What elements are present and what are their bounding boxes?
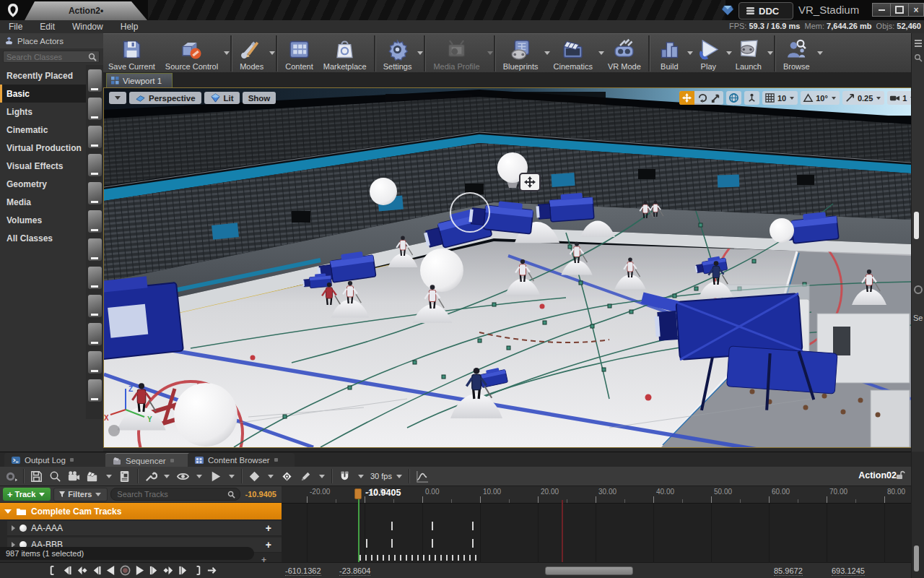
- track-row[interactable]: AA-AAA +: [7, 521, 282, 536]
- actor-thumbnail[interactable]: [88, 323, 102, 345]
- lock-icon[interactable]: [895, 470, 905, 480]
- render-movie-icon[interactable]: [86, 470, 100, 483]
- cinematics-button[interactable]: Cinematics: [549, 34, 603, 73]
- keyframe-mark[interactable]: [423, 555, 424, 561]
- keyframe-mark[interactable]: [446, 555, 448, 561]
- actor-thumbnail[interactable]: [88, 267, 102, 289]
- to-front-button[interactable]: [48, 565, 58, 576]
- keyframe-dropdown[interactable]: [268, 475, 274, 478]
- source-control-dropdown[interactable]: [224, 51, 230, 55]
- expander-icon[interactable]: [12, 525, 15, 531]
- track-row-folder[interactable]: Complete Cam Tracks: [0, 503, 282, 519]
- sequencer-wrench-icon[interactable]: [144, 470, 157, 483]
- keyframe-mark[interactable]: [432, 522, 433, 530]
- surface-snap-toggle[interactable]: [744, 91, 759, 105]
- timeline-vertical-scrollbar[interactable]: [914, 545, 919, 571]
- playback-mode-arrow-button[interactable]: [206, 565, 217, 576]
- jump-to-start-button[interactable]: [62, 565, 73, 576]
- actor-thumbnail[interactable]: [88, 295, 102, 317]
- category-recently-placed[interactable]: Recently Placed: [0, 66, 87, 85]
- right-panel-scrollbar[interactable]: [914, 212, 919, 239]
- keyframe-mark[interactable]: [406, 555, 407, 561]
- actor-thumbnail[interactable]: [88, 69, 102, 92]
- title-bar[interactable]: Action2• DDC VR_Stadium ×: [0, 0, 924, 20]
- viewport-scene[interactable]: Z X Y: [104, 88, 911, 447]
- sphere-actor[interactable]: [420, 249, 463, 292]
- move-tool-button[interactable]: [679, 91, 694, 105]
- filters-button[interactable]: Filters: [53, 488, 108, 501]
- keyframe-mark[interactable]: [391, 539, 393, 548]
- keyframe-mark[interactable]: [458, 555, 459, 561]
- keyframe-mark[interactable]: [391, 522, 393, 530]
- timeline-scroll-sliver[interactable]: [911, 452, 924, 578]
- minimize-button[interactable]: [872, 3, 891, 17]
- step-forward-button[interactable]: [149, 565, 160, 576]
- keyframe-mark[interactable]: [383, 555, 384, 561]
- jump-to-end-button[interactable]: [178, 565, 188, 576]
- create-camera-icon[interactable]: [67, 470, 81, 483]
- actor-thumbnail[interactable]: [88, 210, 102, 233]
- vr-mode-button[interactable]: VR Mode: [603, 34, 646, 73]
- build-button[interactable]: Build: [653, 34, 692, 73]
- view-options-eye-icon[interactable]: [176, 470, 190, 483]
- actor-thumbnail[interactable]: [88, 351, 102, 374]
- keyframe-mark[interactable]: [452, 555, 453, 561]
- snap-magnet-icon[interactable]: [338, 470, 352, 483]
- keyframe-mark[interactable]: [394, 555, 396, 561]
- actor-thumbnail[interactable]: [88, 238, 102, 261]
- previous-key-button[interactable]: [77, 565, 87, 576]
- keyframe-mark[interactable]: [377, 555, 378, 561]
- keyframe-mark[interactable]: [469, 555, 471, 561]
- keyframe-mark[interactable]: [371, 555, 372, 561]
- actor-thumbnail-strip[interactable]: [86, 65, 103, 419]
- place-actors-search[interactable]: [3, 51, 100, 63]
- category-virtual-production[interactable]: Virtual Production: [0, 139, 87, 157]
- play-button[interactable]: Play: [692, 34, 731, 73]
- category-visual-effects[interactable]: Visual Effects: [0, 157, 87, 175]
- source-control-button[interactable]: Source Control: [160, 34, 228, 73]
- viewport-options-button[interactable]: [109, 92, 126, 104]
- tab-output-log[interactable]: Output Log: [4, 453, 113, 467]
- category-geometry[interactable]: Geometry: [0, 175, 87, 193]
- scale-snap-dropdown[interactable]: [876, 97, 881, 100]
- to-back-button[interactable]: [192, 565, 203, 576]
- view-range-end[interactable]: 693.1245: [832, 566, 865, 576]
- snap-dropdown[interactable]: [358, 475, 364, 478]
- keyframe-mark[interactable]: [440, 555, 442, 561]
- category-all-classes[interactable]: All Classes: [0, 229, 87, 247]
- actor-thumbnail[interactable]: [88, 98, 102, 120]
- camera-actor-large-left[interactable]: [104, 273, 183, 361]
- category-cinematic[interactable]: Cinematic: [0, 121, 87, 139]
- keyframe-mark[interactable]: [365, 555, 367, 561]
- fps-selector[interactable]: 30 fps: [370, 472, 404, 480]
- menu-edit[interactable]: Edit: [31, 20, 64, 33]
- keyframe-mark[interactable]: [359, 555, 361, 561]
- launch-dropdown[interactable]: [767, 51, 773, 55]
- sphere-actor[interactable]: [770, 218, 794, 243]
- close-button[interactable]: ×: [908, 3, 924, 17]
- actor-thumbnail[interactable]: [88, 182, 102, 204]
- eye-dropdown[interactable]: [196, 475, 202, 478]
- category-media[interactable]: Media: [0, 193, 87, 211]
- level-tab[interactable]: Action2•: [25, 1, 147, 20]
- tab-content-browser[interactable]: Content Browser: [188, 453, 295, 467]
- save-current-button[interactable]: Save Current: [103, 34, 160, 73]
- modes-button[interactable]: Modes: [235, 34, 274, 73]
- keyframe-mark[interactable]: [429, 555, 430, 561]
- playhead-handle[interactable]: [354, 488, 362, 499]
- find-in-content-icon[interactable]: [48, 470, 62, 483]
- current-time-field[interactable]: -10.9405: [243, 490, 279, 499]
- move-gizmo-icon[interactable]: [520, 173, 540, 191]
- track-search[interactable]: [110, 488, 240, 501]
- tab-sequencer[interactable]: Sequencer: [105, 453, 199, 467]
- add-section-button[interactable]: +: [266, 539, 271, 551]
- add-track-button[interactable]: +Track: [3, 488, 51, 501]
- keyframe-mark[interactable]: [472, 539, 474, 548]
- viewport-tab[interactable]: Viewport 1: [106, 73, 173, 87]
- timeline-scrollbar-thumb[interactable]: [545, 566, 633, 575]
- scale-tool-icon[interactable]: [710, 92, 721, 103]
- play-forward-button[interactable]: [134, 565, 145, 576]
- marketplace-button[interactable]: Marketplace: [318, 34, 372, 73]
- render-dropdown[interactable]: [106, 475, 112, 478]
- grid-snap-control[interactable]: 10: [762, 91, 798, 105]
